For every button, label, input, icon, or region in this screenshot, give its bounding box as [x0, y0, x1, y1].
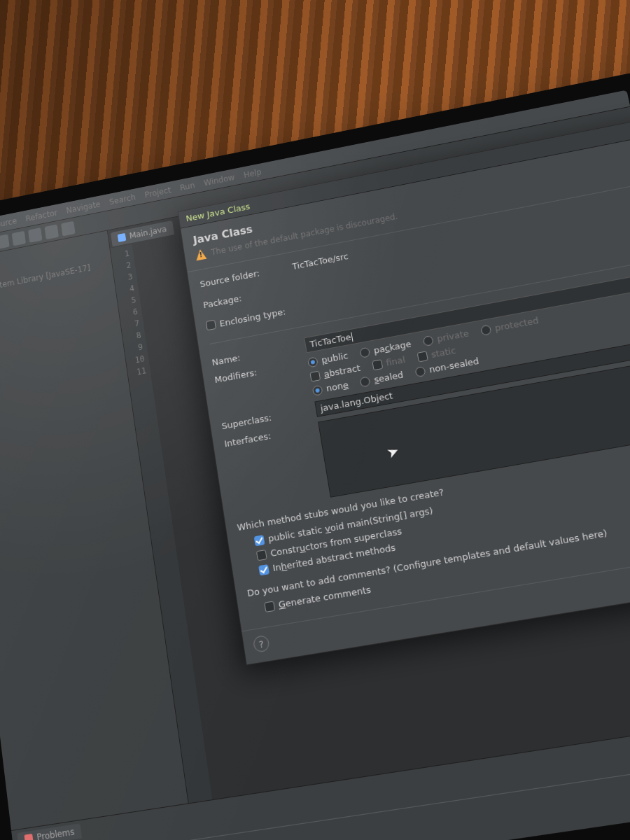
menu-item-help[interactable]: Help	[243, 167, 262, 180]
checkbox-icon	[372, 359, 383, 370]
screen: FileEditSourceRefactorNavigateSearchProj…	[0, 90, 630, 840]
option-label: static	[430, 345, 457, 360]
menu-item-project[interactable]: Project	[144, 185, 172, 199]
toolbar-button[interactable]	[12, 230, 26, 246]
editor-tab-label: Main.java	[129, 224, 167, 240]
checkbox-icon[interactable]	[256, 550, 267, 561]
enclosing-type-label: Enclosing type:	[219, 306, 287, 328]
option-label: public	[321, 350, 349, 365]
cursor-icon: ➤	[384, 442, 402, 462]
option-label: none	[326, 379, 349, 393]
radio-icon[interactable]	[312, 384, 323, 396]
modifier-flag-static: static	[416, 345, 456, 363]
option-label: final	[385, 354, 406, 368]
option-label: sealed	[373, 370, 404, 385]
checkbox-icon[interactable]	[258, 564, 270, 575]
toolbar-button[interactable]	[44, 224, 59, 239]
new-java-class-dialog: New Java Class Java Class The use of the…	[178, 116, 630, 666]
menu-item-run[interactable]: Run	[179, 181, 195, 192]
java-file-icon	[118, 233, 127, 242]
menu-item-source[interactable]: Source	[0, 216, 18, 230]
problems-icon	[24, 834, 33, 840]
radio-icon[interactable]	[359, 346, 370, 358]
menu-item-search[interactable]: Search	[108, 192, 136, 206]
checkbox-icon	[416, 351, 428, 362]
enclosing-type-checkbox[interactable]	[206, 320, 216, 331]
modifier-sealed-none[interactable]: none	[312, 379, 349, 396]
checkbox-icon[interactable]	[309, 370, 321, 382]
option-label: private	[436, 328, 470, 344]
radio-icon	[480, 324, 491, 335]
problems-tab-label: Problems	[36, 827, 75, 840]
radio-icon	[423, 335, 434, 346]
radio-icon[interactable]	[360, 376, 371, 387]
warning-icon	[195, 248, 206, 261]
laptop-frame: FileEditSourceRefactorNavigateSearchProj…	[0, 71, 630, 840]
modifier-flag-final: final	[372, 354, 406, 370]
option-label: abstract	[323, 363, 361, 379]
toolbar-button[interactable]	[61, 220, 76, 236]
menu-item-refactor[interactable]: Refactor	[25, 208, 58, 223]
radio-icon[interactable]	[307, 356, 318, 368]
checkbox-icon[interactable]	[254, 535, 265, 546]
help-icon[interactable]: ?	[253, 635, 270, 653]
generate-comments-checkbox[interactable]	[264, 601, 275, 612]
toolbar-button[interactable]	[28, 227, 42, 243]
name-input-value: TicTacToe	[309, 332, 351, 349]
menu-item-window[interactable]: Window	[203, 172, 235, 187]
option-label: package	[373, 339, 412, 356]
toolbar-button[interactable]	[0, 234, 10, 249]
radio-icon[interactable]	[414, 365, 426, 377]
